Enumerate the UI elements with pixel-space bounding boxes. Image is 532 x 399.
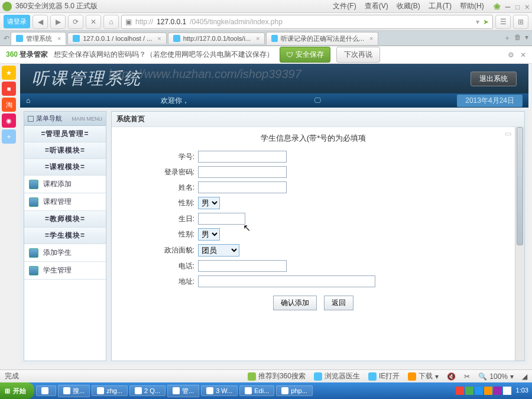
save-password-button[interactable]: 🛡安全保存 xyxy=(280,47,330,63)
later-button[interactable]: 下次再说 xyxy=(336,47,380,63)
tab-menu-icon[interactable]: ▾ xyxy=(525,33,528,43)
input-name[interactable] xyxy=(198,181,287,193)
status-ie[interactable]: IE打开 xyxy=(368,371,400,381)
tray-icon[interactable] xyxy=(503,387,511,395)
add-shortcut-icon[interactable]: + xyxy=(2,129,16,144)
browser-tab[interactable]: 听课记录的正确写法是什么...× xyxy=(266,32,378,45)
sidebar-item-add-course[interactable]: 课程添加 xyxy=(24,176,106,193)
system-tray[interactable]: 1:03 xyxy=(452,387,532,395)
back-button[interactable]: 返回 xyxy=(324,296,353,310)
zoom-control[interactable]: 🔍100% ▾ xyxy=(478,372,514,381)
close-tab-icon[interactable]: × xyxy=(256,35,259,42)
input-address[interactable] xyxy=(198,275,375,287)
label-phone: 电话: xyxy=(121,261,198,271)
url-host: 127.0.0.1 xyxy=(157,18,186,26)
ext1-button[interactable]: ☰ xyxy=(495,15,511,29)
select-gender1[interactable]: 男 xyxy=(198,197,220,209)
forward-button[interactable]: ▶ xyxy=(50,15,66,29)
status-search[interactable]: 推荐到360搜索 xyxy=(248,371,306,381)
new-tab-button[interactable]: ＋ xyxy=(504,33,511,43)
status-doctor[interactable]: 浏览器医生 xyxy=(314,371,360,381)
browser-tab[interactable]: 管理系统× xyxy=(11,32,66,45)
browser-tab[interactable]: 127.0.0.1 / localhost / ...× xyxy=(67,33,166,44)
screen-icon[interactable]: 🖵 xyxy=(314,96,321,105)
sidebar-item-manage-student[interactable]: 学生管理 xyxy=(24,262,106,280)
trash-icon[interactable]: 🗑 xyxy=(514,33,521,43)
undo-tab-icon[interactable]: ↶ xyxy=(4,34,9,43)
sidebar-group-admin[interactable]: =管理员管理= xyxy=(24,126,106,142)
menu-view[interactable]: 查看(V) xyxy=(361,0,392,12)
taskbar-item[interactable]: zhg... xyxy=(92,385,128,396)
clock[interactable]: 1:03 xyxy=(516,387,528,395)
sidebar-group-student[interactable]: =学生模块= xyxy=(24,228,106,244)
weibo-icon[interactable]: ◉ xyxy=(2,113,16,128)
browser-tab[interactable]: http://127.0.0.1/tools/i...× xyxy=(168,33,265,44)
scrollbar[interactable] xyxy=(515,127,524,361)
back-button[interactable]: ◀ xyxy=(33,15,48,29)
taskbar-item[interactable]: php... xyxy=(276,385,313,396)
reload-button[interactable]: ⟳ xyxy=(68,15,83,29)
input-phone[interactable] xyxy=(198,260,287,272)
sidebar-item-manage-course[interactable]: 课程管理 xyxy=(24,193,106,211)
close-tab-icon[interactable]: × xyxy=(157,35,161,42)
settings-icon[interactable]: ⚙ xyxy=(508,51,514,59)
taskbar-item[interactable]: Edi... xyxy=(239,385,274,396)
tray-icon[interactable] xyxy=(456,387,464,395)
collapse-icon[interactable]: ▭ xyxy=(505,129,511,138)
maximize-button[interactable]: ☐ xyxy=(515,2,520,11)
logout-button[interactable]: 退出系统 xyxy=(471,72,517,86)
address-bar[interactable]: ▣ http://127.0.0.1/0405/tingke/admin/ind… xyxy=(121,15,493,29)
sidebar-group-listen[interactable]: =听课模块= xyxy=(24,142,106,159)
url-input[interactable] xyxy=(286,18,472,26)
close-button[interactable]: ✕ xyxy=(525,2,530,11)
taskbar-item[interactable]: 管... xyxy=(167,385,199,397)
stop-button[interactable]: ✕ xyxy=(86,15,101,29)
label-student-no: 学号: xyxy=(121,152,198,162)
scrollbar-thumb[interactable] xyxy=(517,127,523,245)
mute-icon[interactable]: 🔇 xyxy=(447,372,456,381)
minimize-button[interactable]: — xyxy=(505,2,510,11)
ext2-button[interactable]: ⊞ xyxy=(513,15,528,29)
content-panel: 系统首页 ▭ 学生信息录入(带*号的为必填项 学号: 登录密码: 姓名: 性别:… xyxy=(111,111,525,361)
tray-icon[interactable] xyxy=(475,387,483,395)
home-icon[interactable]: ⌂ xyxy=(26,96,30,105)
taskbar-item[interactable] xyxy=(36,385,56,396)
close-tab-icon[interactable]: × xyxy=(57,35,61,42)
tray-icon[interactable] xyxy=(494,387,502,395)
shortcut-icon[interactable]: 淘 xyxy=(2,98,16,112)
capture-icon[interactable]: ✂ xyxy=(464,372,470,381)
menu-tools[interactable]: 工具(T) xyxy=(425,0,455,12)
taskbar-item[interactable]: 2 Q... xyxy=(129,385,166,396)
menu-file[interactable]: 文件(F) xyxy=(329,0,359,12)
status-download[interactable]: 下载▾ xyxy=(408,371,439,381)
tray-icon[interactable] xyxy=(484,387,492,395)
sidebar-group-teacher[interactable]: =教师模块= xyxy=(24,211,106,228)
favorites-icon[interactable]: ★ xyxy=(2,66,16,80)
dismiss-icon[interactable]: ✕ xyxy=(520,51,526,59)
taskbar-item[interactable]: 搜... xyxy=(58,385,90,397)
select-gender2[interactable]: 男 xyxy=(198,228,220,241)
dropdown-icon[interactable]: ▾ xyxy=(476,18,479,26)
form-title: 学生信息录入(带*号的为必填项 xyxy=(121,133,505,144)
select-politics[interactable]: 团员 xyxy=(198,244,239,257)
sidebar-item-add-student[interactable]: 添加学生 xyxy=(24,244,106,262)
go-button[interactable]: ➤ xyxy=(483,18,489,26)
input-student-no[interactable] xyxy=(198,151,287,163)
skin-icon[interactable]: ❀ xyxy=(494,2,501,11)
tray-icon[interactable] xyxy=(465,387,473,395)
start-button[interactable]: ⊞开始 xyxy=(0,382,34,399)
submit-button[interactable]: 确认添加 xyxy=(273,296,317,310)
input-password[interactable] xyxy=(198,166,287,178)
menu-fav[interactable]: 收藏(B) xyxy=(393,0,424,12)
shortcut-icon[interactable]: ■ xyxy=(2,82,16,96)
menu-help[interactable]: 帮助(H) xyxy=(456,0,488,12)
browser-sidebar-strip: ★ ■ 淘 ◉ + xyxy=(0,64,18,145)
resize-grip-icon[interactable]: ◢ xyxy=(522,372,527,381)
sidebar-group-course[interactable]: =课程模块= xyxy=(24,159,106,176)
input-birthday[interactable] xyxy=(198,213,245,225)
label-politics: 政治面貌: xyxy=(121,245,198,255)
browser-login-button[interactable]: 请登录 xyxy=(4,15,30,28)
home-button[interactable]: ⌂ xyxy=(103,15,119,29)
close-tab-icon[interactable]: × xyxy=(369,35,373,42)
taskbar-item[interactable]: 3 W... xyxy=(201,385,238,396)
